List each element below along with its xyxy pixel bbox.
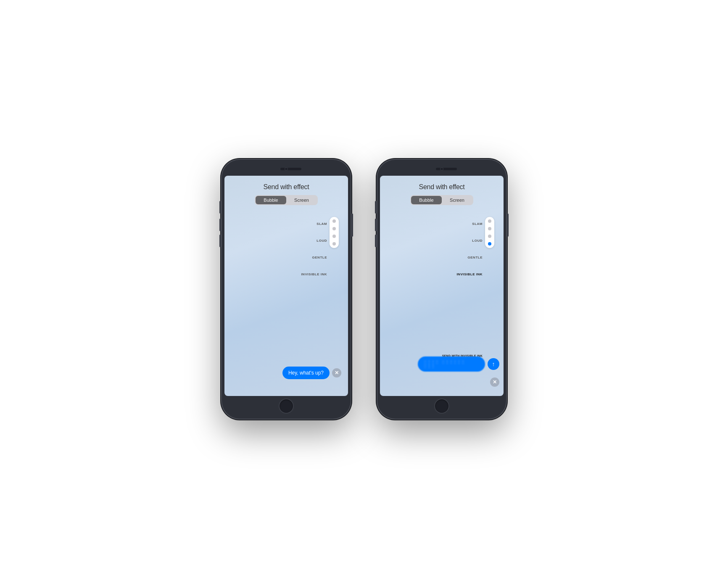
radio-track-1 <box>330 217 339 248</box>
invisible-ink-label-row-2: INVISIBLE INK <box>456 266 483 283</box>
close-button-1[interactable]: ✕ <box>332 368 341 377</box>
phone-1-screen: Send with effect Bubble Screen SLAM LOUD… <box>224 176 348 396</box>
send-with-effect-title-1: Send with effect <box>264 183 309 191</box>
effect-labels-2: SLAM LOUD GENTLE INVISIBLE INK <box>456 216 483 283</box>
radio-slam-2[interactable] <box>488 219 491 223</box>
radio-loud-2[interactable] <box>488 227 491 230</box>
screen-tab-2[interactable]: Screen <box>442 196 472 204</box>
send-button-2[interactable]: ↑ <box>488 358 499 370</box>
phone-2-top-bar <box>380 165 504 173</box>
phone-2: Send with effect Bubble Screen SLAM LOUD… <box>377 159 507 420</box>
radio-invisible-1[interactable] <box>332 242 336 245</box>
message-area-2: ░░░░ ░░░░░░ ░░░ ↑ <box>418 356 499 372</box>
segmented-control-1[interactable]: Bubble Screen <box>255 195 318 205</box>
close-button-2[interactable]: ✕ <box>490 377 499 387</box>
bubble-tab-2[interactable]: Bubble <box>411 196 442 204</box>
radio-loud-1[interactable] <box>332 227 336 230</box>
radio-gentle-1[interactable] <box>332 235 336 238</box>
message-bubble-2-ink: ░░░░ ░░░░░░ ░░░ <box>418 356 485 372</box>
screen-content-2: Send with effect Bubble Screen SLAM LOUD… <box>380 176 504 396</box>
phone-comparison: Send with effect Bubble Screen SLAM LOUD… <box>221 159 507 420</box>
home-button-2[interactable] <box>434 399 449 414</box>
phone-1-bottom <box>224 399 348 414</box>
segmented-control-2[interactable]: Bubble Screen <box>410 195 473 205</box>
phone-2-bottom <box>380 399 504 414</box>
radio-invisible-2[interactable] <box>488 242 491 245</box>
message-area-1: Hey, what's up? ✕ <box>282 367 341 379</box>
loud-label-2: LOUD <box>456 232 483 249</box>
phone-2-screen: Send with effect Bubble Screen SLAM LOUD… <box>380 176 504 396</box>
phone-1-top-bar <box>224 165 348 173</box>
gentle-label-2: GENTLE <box>456 249 483 266</box>
close-button-area-2: ✕ <box>490 377 499 387</box>
message-bubble-1: Hey, what's up? <box>282 367 330 379</box>
loud-label-1: LOUD <box>301 232 327 249</box>
screen-tab-1[interactable]: Screen <box>286 196 317 204</box>
gentle-label-1: GENTLE <box>301 249 327 266</box>
radio-slam-1[interactable] <box>332 219 336 223</box>
slam-label-2: SLAM <box>456 216 483 232</box>
screen-content-1: Send with effect Bubble Screen SLAM LOUD… <box>224 176 348 396</box>
phone-1: Send with effect Bubble Screen SLAM LOUD… <box>221 159 351 420</box>
send-with-effect-title-2: Send with effect <box>419 183 465 191</box>
front-camera <box>285 167 288 171</box>
radio-gentle-2[interactable] <box>488 235 491 238</box>
bubble-tab-1[interactable]: Bubble <box>256 196 286 204</box>
effect-labels-1: SLAM LOUD GENTLE INVISIBLE INK <box>301 216 327 283</box>
speaker-2 <box>436 168 457 170</box>
home-button-1[interactable] <box>279 399 294 414</box>
front-camera-2 <box>440 167 443 171</box>
radio-track-2 <box>485 217 494 248</box>
invisible-ink-label-1: INVISIBLE INK <box>301 266 327 283</box>
slam-label-1: SLAM <box>301 216 327 232</box>
speaker <box>280 168 301 170</box>
